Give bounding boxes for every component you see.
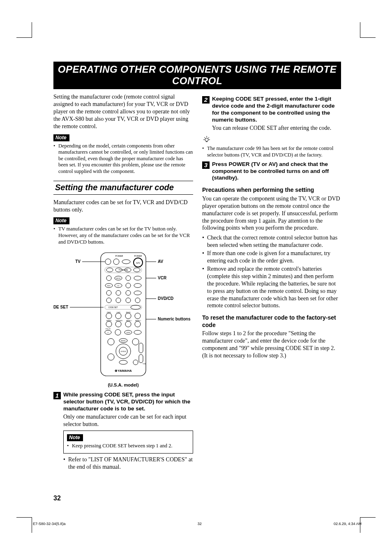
step-3: 3 Press POWER (TV or AV) and check that …	[202, 161, 341, 182]
crop-mark	[16, 22, 32, 38]
svg-text:ENTER: ENTER	[121, 350, 126, 352]
footer-timestamp: 02.6.29, 4:34 AM	[334, 522, 362, 526]
right-column: 2 Keeping CODE SET pressed, enter the 1-…	[202, 93, 341, 473]
svg-text:AV: AV	[158, 259, 163, 264]
precautions-heading: Precautions when performing the setting	[202, 187, 341, 194]
note-text: TV manufacturer codes can be set for the…	[53, 226, 193, 245]
step-1-heading: While pressing CODE SET, press the input…	[63, 391, 193, 412]
left-column: Setting the manufacturer code (remote co…	[53, 93, 193, 473]
intro-paragraph: Setting the manufacturer code (remote co…	[53, 93, 193, 130]
precaution-item: If more than one code is given for a man…	[202, 250, 341, 265]
crop-mark	[16, 517, 32, 533]
precautions-intro: You can operate the component using the …	[202, 195, 341, 232]
svg-line-88	[204, 137, 205, 138]
step-2-heading: Keeping CODE SET pressed, enter the 1-di…	[212, 96, 341, 124]
note-label: Note	[67, 434, 83, 441]
svg-text:VOL: VOL	[143, 363, 146, 365]
svg-text:A/V: A/V	[136, 262, 140, 264]
step-number-icon: 3	[202, 161, 210, 169]
page-number: 32	[53, 495, 61, 502]
svg-text:Numeric buttons: Numeric buttons	[158, 317, 191, 321]
crop-mark	[360, 517, 376, 533]
step-3-heading: Press POWER (TV or AV) and check that th…	[212, 161, 341, 182]
page-title-banner: OPERATING OTHER COMPONENTS USING THE REM…	[53, 62, 341, 89]
svg-text:P.SCAN: P.SCAN	[106, 328, 111, 330]
footer: E7-S80-32-34(5.8)a 32 02.6.29, 4:34 AM	[33, 522, 362, 526]
footer-filename: E7-S80-32-34(5.8)a	[33, 522, 66, 526]
step-1-reference: Refer to "LIST OF MANUFACTURER'S CODES" …	[63, 456, 193, 471]
step-1-body: Only one manufacturer code can be set fo…	[63, 413, 193, 428]
svg-text:POWER: POWER	[115, 255, 123, 257]
hint-text: The manufacturer code 99 has been set fo…	[202, 145, 341, 158]
precaution-item: Remove and replace the remote control's …	[202, 265, 341, 309]
svg-text:CODE SET: CODE SET	[53, 305, 68, 309]
note-label: Note	[53, 217, 69, 224]
svg-point-2	[113, 259, 119, 265]
remote-illustration: A/V POWER POWER TV MODE MUTE	[53, 249, 193, 389]
section-body: Manufacturer codes can be set for TV, VC…	[53, 199, 193, 214]
step-1-note-text: Keep pressing CODE SET between step 1 an…	[67, 443, 189, 449]
note-text: Depending on the model, certain componen…	[53, 143, 193, 175]
step-number-icon: 1	[53, 392, 61, 399]
reset-body: Follow steps 1 to 2 for the procedure "S…	[202, 330, 341, 359]
reset-heading: To reset the manufacturer code to the fa…	[202, 314, 341, 329]
svg-point-84	[205, 138, 208, 141]
step-2: 2 Keeping CODE SET pressed, enter the 1-…	[202, 96, 341, 124]
crop-mark	[360, 22, 376, 38]
step-2-body: You can release CODE SET after entering …	[212, 124, 341, 132]
precaution-item: Check that the correct remote control se…	[202, 234, 341, 249]
step-1-note-box: Note Keep pressing CODE SET between step…	[63, 431, 193, 454]
footer-page: 32	[198, 522, 202, 526]
svg-text:TV: TV	[75, 259, 81, 264]
step-number-icon: 2	[202, 96, 210, 104]
svg-text:CC: CC	[117, 285, 120, 287]
svg-text:POWER: POWER	[134, 255, 142, 257]
section-heading: Setting the manufacturer code	[53, 181, 193, 195]
hint-lightbulb-icon	[202, 136, 211, 145]
svg-text:VCR: VCR	[158, 276, 167, 280]
svg-text:MUTE: MUTE	[116, 277, 121, 279]
svg-text:CODE SET: CODE SET	[108, 306, 118, 309]
note-label: Note	[53, 134, 69, 141]
svg-text:DVD/CD: DVD/CD	[158, 296, 173, 301]
svg-text:MENU: MENU	[121, 340, 126, 342]
remote-caption: (U.S.A. model)	[53, 382, 193, 387]
svg-text:TV MODE: TV MODE	[119, 269, 128, 271]
svg-text:GOTO: GOTO	[126, 332, 130, 334]
step-1: 1 While pressing CODE SET, press the inp…	[53, 391, 193, 412]
svg-line-89	[208, 137, 210, 138]
svg-text:REC: REC	[107, 285, 111, 287]
page-content: OPERATING OTHER COMPONENTS USING THE REM…	[53, 62, 341, 473]
svg-text:⊛YAMAHA: ⊛YAMAHA	[115, 369, 132, 373]
